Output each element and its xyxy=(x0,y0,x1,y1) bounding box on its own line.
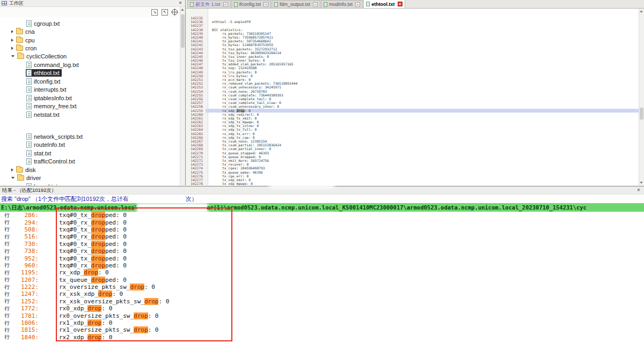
tree-item-interrupts-txt[interactable]: interrupts.txt xyxy=(0,86,180,94)
tree-item-stat-txt[interactable]: stat.txt xyxy=(0,149,180,157)
tree-item-cpu[interactable]: cpu xyxy=(0,36,180,44)
line-text[interactable]: rx_csum_complete_tail_slow: 0 xyxy=(206,101,639,105)
tab-fdm-output-txt[interactable]: fdm_output.txt× xyxy=(272,0,320,8)
line-text[interactable]: rx_xdp_redirect: 0 xyxy=(206,113,639,116)
tree-item-disk[interactable]: disk xyxy=(0,166,180,174)
line-text[interactable]: tx_nop: 232419588 xyxy=(206,66,639,70)
collapse-pane-icon[interactable]: ↖ xyxy=(162,9,168,16)
editor-content[interactable]: 142235142236ethtool -S enp1s0f0142237142… xyxy=(186,9,639,185)
tree-item-cycliccollection[interactable]: cyclicCollection xyxy=(0,53,180,61)
tab-1-txt[interactable]: 新文件 1.txt× xyxy=(187,0,231,8)
result-row[interactable]: 行730:txq#0_tx_dropped: 0 xyxy=(0,241,644,248)
scroll-up-icon[interactable] xyxy=(640,10,643,12)
line-text[interactable]: tx_cqes: 204596498793 xyxy=(206,166,639,170)
tree-item-ethtool-txt[interactable]: ethtool.txt xyxy=(0,69,180,77)
result-row[interactable]: 行508:txq#0_tx_dropped: 0 xyxy=(0,226,644,233)
result-row[interactable]: 行1207:tx_queue_dropped: 0 xyxy=(0,277,644,284)
editor-scrollbar-thumb[interactable] xyxy=(640,108,643,120)
tree-item-network-scripts-txt[interactable]: network_scripts.txt xyxy=(0,132,180,140)
line-text[interactable]: rx_csum_complete_tail: 0 xyxy=(206,97,639,101)
result-row[interactable]: 行1222:rx_oversize_pkts_sw_drop: 0 xyxy=(0,284,644,290)
line-text[interactable]: tx_csum_none: 12385154 xyxy=(206,139,639,143)
chevron-down-icon[interactable] xyxy=(11,55,14,57)
result-row[interactable]: 行1806:rx1_xdp_drop: 0 xyxy=(0,319,644,326)
result-row[interactable]: 行1815:rx1_oversize_pkts_sw_drop: 0 xyxy=(0,326,644,333)
tree-item-routeinfo-txt[interactable]: routeInfo.txt xyxy=(0,141,180,149)
tab-close-icon[interactable]: × xyxy=(355,2,360,7)
result-row[interactable]: 行1781:rx0_oversize_pkts_sw_drop: 0 xyxy=(0,312,644,319)
tree-scrollbar-thumb[interactable] xyxy=(181,14,185,48)
tab-close-icon[interactable]: × xyxy=(223,2,228,7)
line-text[interactable]: rx_xdp_tx_full: 0 xyxy=(206,128,639,131)
line-text[interactable] xyxy=(206,16,639,20)
tab-modinfo-txt[interactable]: modinfo.txt× xyxy=(321,0,363,8)
chevron-right-icon[interactable] xyxy=(11,30,13,33)
expand-pane-icon[interactable]: ↘ xyxy=(151,9,158,16)
line-text[interactable]: tx_tso_inner_bytes: 0 xyxy=(206,58,639,62)
tree-item-lsmod-txt[interactable]: lsmod.txt xyxy=(0,182,180,185)
result-row[interactable]: 行960:txq#0_rx_dropped: 0 xyxy=(0,262,644,269)
line-text[interactable]: ethtool -S enp1s0f0 xyxy=(206,20,639,24)
line-text[interactable]: rx_bytes: 735960572057411 xyxy=(206,35,639,39)
result-row[interactable]: 行1840:rx2_xdp_drop: 0 xyxy=(0,334,644,341)
line-text[interactable]: rx_csum_unnecessary_inner: 0 xyxy=(206,105,639,108)
line-text[interactable]: rx_lro_packets: 0 xyxy=(206,70,639,74)
result-row[interactable]: 行738:txq#0_rx_dropped: 0 xyxy=(0,248,644,255)
line-text[interactable]: rx_csum_complete: 736449389393 xyxy=(206,93,639,97)
line-text[interactable]: tx_csum_partial: 205153836424 xyxy=(206,143,639,147)
line-text[interactable]: tx_xmit_more: 569724756 xyxy=(206,159,639,162)
tree-item-ifconfig-txt[interactable]: ifconfig.txt xyxy=(0,77,180,85)
chevron-right-icon[interactable] xyxy=(11,47,13,50)
chevron-down-icon[interactable] xyxy=(11,177,14,179)
line-text[interactable]: tx_csum_partial_inner: 0 xyxy=(206,147,639,151)
line-text[interactable]: rx_xdp_drop: 0 xyxy=(206,109,639,113)
line-text[interactable]: tx_queue_dropped: 0 xyxy=(206,155,639,159)
tree-item-cron[interactable]: cron xyxy=(0,44,180,52)
line-text[interactable]: rx_xdp_tx_cqe: 0 xyxy=(206,136,639,139)
chevron-right-icon[interactable] xyxy=(11,39,13,42)
line-text[interactable]: tx_queue_stopped: 46393 xyxy=(206,151,639,155)
result-row[interactable]: 行294:txq#0_rx_dropped: 0 xyxy=(0,219,644,226)
scroll-down-icon[interactable] xyxy=(640,182,643,184)
result-row[interactable]: 行1772:rx0_xdp_drop: 0 xyxy=(0,305,644,312)
results-close-icon[interactable]: × xyxy=(635,187,642,193)
line-text[interactable]: rx_removed_vlan_packets: 736510091444 xyxy=(206,81,639,85)
line-text[interactable]: NIC statistics: xyxy=(206,28,639,32)
tree-scrollbar[interactable] xyxy=(180,7,185,185)
tab-close-icon[interactable]: × xyxy=(398,2,402,6)
line-text[interactable]: rx_xdp_tx_inlnw: 0 xyxy=(206,124,639,128)
line-text[interactable] xyxy=(206,24,639,27)
result-file-path[interactable]: E:\日志\armod0523.odata.ncmp.unicom.locala… xyxy=(0,203,644,212)
tree-item-trafficcontrol-txt[interactable]: trafficControl.txt xyxy=(0,158,180,166)
chevron-right-icon[interactable] xyxy=(11,168,13,172)
line-text[interactable]: tx_bytes: 514607839753959 xyxy=(206,43,639,47)
editor-scrollbar[interactable] xyxy=(639,9,644,185)
line-text[interactable]: rx_xdp_tx_mpwqe: 0 xyxy=(206,120,639,124)
tab-close-icon[interactable]: × xyxy=(313,2,318,7)
line-text[interactable]: rx_lro_bytes: 0 xyxy=(206,74,639,78)
workspace-close-icon[interactable]: × xyxy=(177,0,184,6)
tree-item-iptablesinfo-txt[interactable]: iptablesInfo.txt xyxy=(0,94,180,102)
tree-item-netstat-txt[interactable]: netstat.txt xyxy=(0,110,180,118)
tab-ifconfig-txt[interactable]: ifconfig.txt× xyxy=(231,0,272,8)
line-text[interactable]: rx_xdp_tx_xmit: 0 xyxy=(206,116,639,120)
result-row[interactable]: 行1195:rx_xdp_drop: 0 xyxy=(0,269,644,276)
line-text[interactable]: tx_added_vlan_packets: 205165957165 xyxy=(206,62,639,66)
line-text[interactable]: rx_xdp_tx_err: 0 xyxy=(206,132,639,136)
scroll-up-icon[interactable] xyxy=(181,9,184,11)
line-text[interactable]: tx_packets: 507354668642 xyxy=(206,39,639,43)
line-text[interactable]: rx_packets: 736510395147 xyxy=(206,32,639,35)
result-row[interactable]: 行516:txq#0_rx_dropped: 0 xyxy=(0,233,644,240)
result-row[interactable]: 行286:txq#0_tx_dropped: 0 xyxy=(0,212,644,219)
line-text[interactable]: tx_tso_inner_packets: 0 xyxy=(206,55,639,58)
line-text[interactable]: tx_tso_packets: 35272932712 xyxy=(206,47,639,51)
tree-item-cna[interactable]: cna xyxy=(0,27,180,35)
tree-item-cgroup-txt[interactable]: cgroup.txt xyxy=(0,19,180,27)
line-text[interactable]: tx_recover: 0 xyxy=(206,162,639,166)
tab-close-icon[interactable]: × xyxy=(264,2,268,7)
line-text[interactable]: tx_tso_bytes: 463099429284214 xyxy=(206,51,639,55)
tree-item-driver[interactable]: driver xyxy=(0,174,180,182)
line-text[interactable]: rx_ecn_mark: 0 xyxy=(206,78,639,81)
tree-item-memory-free-txt[interactable]: memory_free.txt xyxy=(0,102,180,110)
line-text[interactable]: rx_csum_none: 26759783 xyxy=(206,90,639,93)
